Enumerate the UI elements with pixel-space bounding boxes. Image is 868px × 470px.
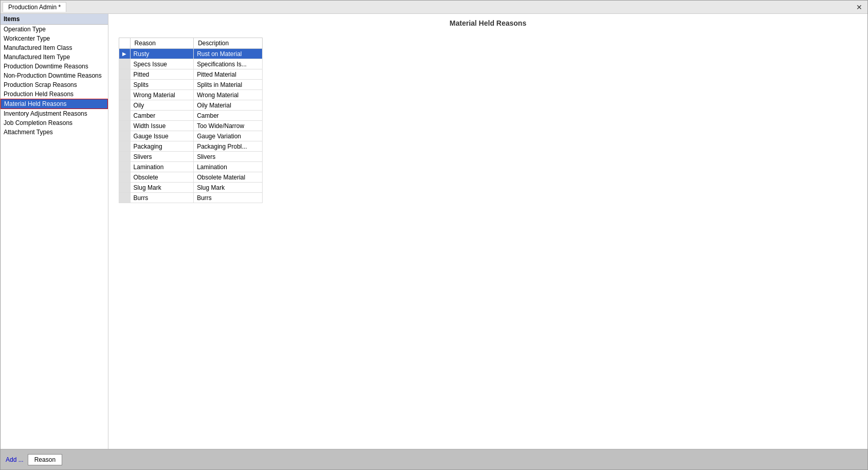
row-indicator: ▶ [119, 49, 131, 59]
table-body: ▶RustyRust on MaterialSpecs IssueSpecifi… [119, 49, 263, 203]
row-indicator [119, 80, 131, 90]
reason-button[interactable]: Reason [28, 454, 62, 465]
row-indicator [119, 162, 131, 172]
sidebar-item-workcenter-type[interactable]: Workcenter Type [1, 34, 108, 43]
table-area: Reason Description ▶RustyRust on Materia… [108, 32, 867, 449]
cell-reason: Burrs [130, 193, 194, 203]
sidebar-item-inventory-adjustment-reasons[interactable]: Inventory Adjustment Reasons [1, 109, 108, 118]
cell-description: Specifications Is... [194, 59, 263, 69]
table-row[interactable]: LaminationLamination [119, 162, 263, 172]
title-bar: Production Admin * ✕ [1, 1, 867, 14]
row-indicator [119, 131, 131, 141]
cell-description: Camber [194, 111, 263, 121]
row-indicator [119, 90, 131, 100]
cell-description: Obsolete Material [194, 172, 263, 183]
row-indicator [119, 141, 131, 152]
cell-reason: Oily [130, 100, 194, 111]
cell-reason: Splits [130, 80, 194, 90]
row-indicator [119, 121, 131, 131]
sidebar-items-container: Operation TypeWorkcenter TypeManufacture… [1, 25, 108, 137]
table-row[interactable]: CamberCamber [119, 111, 263, 121]
sidebar-item-production-scrap-reasons[interactable]: Production Scrap Reasons [1, 80, 108, 89]
cell-reason: Gauge Issue [130, 131, 194, 141]
footer-bar: Add ... Reason [1, 449, 867, 469]
add-link[interactable]: Add ... [6, 456, 24, 463]
cell-description: Wrong Material [194, 90, 263, 100]
cell-description: Oily Material [194, 100, 263, 111]
cell-description: Lamination [194, 162, 263, 172]
cell-description: Splits in Material [194, 80, 263, 90]
sidebar-item-production-downtime-reasons[interactable]: Production Downtime Reasons [1, 62, 108, 71]
table-row[interactable]: Specs IssueSpecifications Is... [119, 59, 263, 69]
row-indicator [119, 193, 131, 203]
table-row[interactable]: ▶RustyRust on Material [119, 49, 263, 59]
row-indicator [119, 100, 131, 111]
sidebar-item-non-production-downtime-reasons[interactable]: Non-Production Downtime Reasons [1, 71, 108, 80]
cell-description: Slug Mark [194, 183, 263, 193]
row-indicator [119, 172, 131, 183]
sidebar-item-attachment-types[interactable]: Attachment Types [1, 128, 108, 137]
table-row[interactable]: Wrong MaterialWrong Material [119, 90, 263, 100]
sidebar-item-manufactured-item-type[interactable]: Manufactured Item Type [1, 52, 108, 62]
table-row[interactable]: Slug MarkSlug Mark [119, 183, 263, 193]
col-indicator [119, 38, 131, 49]
row-indicator [119, 59, 131, 69]
cell-reason: Slug Mark [130, 183, 194, 193]
main-window: Production Admin * ✕ Items Operation Typ… [0, 0, 868, 470]
cell-reason: Lamination [130, 162, 194, 172]
cell-reason: Slivers [130, 152, 194, 162]
table-row[interactable]: OilyOily Material [119, 100, 263, 111]
content-title: Material Held Reasons [108, 14, 867, 32]
sidebar: Items Operation TypeWorkcenter TypeManuf… [1, 14, 108, 449]
sidebar-item-operation-type[interactable]: Operation Type [1, 25, 108, 34]
cell-description: Slivers [194, 152, 263, 162]
sidebar-item-material-held-reasons[interactable]: Material Held Reasons [1, 99, 108, 109]
cell-reason: Rusty [130, 49, 194, 59]
table-row[interactable]: BurrsBurrs [119, 193, 263, 203]
cell-reason: Packaging [130, 141, 194, 152]
cell-reason: Wrong Material [130, 90, 194, 100]
sidebar-item-job-completion-reasons[interactable]: Job Completion Reasons [1, 118, 108, 128]
cell-description: Too Wide/Narrow [194, 121, 263, 131]
cell-reason: Obsolete [130, 172, 194, 183]
reasons-table: Reason Description ▶RustyRust on Materia… [119, 38, 263, 203]
col-reason: Reason [130, 38, 194, 49]
cell-description: Packaging Probl... [194, 141, 263, 152]
table-row[interactable]: SplitsSplits in Material [119, 80, 263, 90]
table-row[interactable]: PittedPitted Material [119, 69, 263, 80]
table-row[interactable]: Width IssueToo Wide/Narrow [119, 121, 263, 131]
row-indicator [119, 111, 131, 121]
table-row[interactable]: ObsoleteObsolete Material [119, 172, 263, 183]
cell-reason: Pitted [130, 69, 194, 80]
cell-description: Gauge Variation [194, 131, 263, 141]
sidebar-item-production-held-reasons[interactable]: Production Held Reasons [1, 89, 108, 99]
cell-description: Rust on Material [194, 49, 263, 59]
title-tab[interactable]: Production Admin * [3, 2, 66, 12]
sidebar-header: Items [1, 14, 108, 25]
table-row[interactable]: Gauge IssueGauge Variation [119, 131, 263, 141]
cell-description: Burrs [194, 193, 263, 203]
main-area: Items Operation TypeWorkcenter TypeManuf… [1, 14, 867, 449]
cell-reason: Width Issue [130, 121, 194, 131]
row-indicator [119, 183, 131, 193]
cell-reason: Camber [130, 111, 194, 121]
row-indicator [119, 69, 131, 80]
content-area: Material Held Reasons Reason Description… [108, 14, 867, 449]
col-description: Description [194, 38, 263, 49]
table-row[interactable]: SliversSlivers [119, 152, 263, 162]
close-button[interactable]: ✕ [853, 3, 865, 11]
row-indicator [119, 152, 131, 162]
cell-reason: Specs Issue [130, 59, 194, 69]
sidebar-item-manufactured-item-class[interactable]: Manufactured Item Class [1, 43, 108, 52]
table-row[interactable]: PackagingPackaging Probl... [119, 141, 263, 152]
cell-description: Pitted Material [194, 69, 263, 80]
